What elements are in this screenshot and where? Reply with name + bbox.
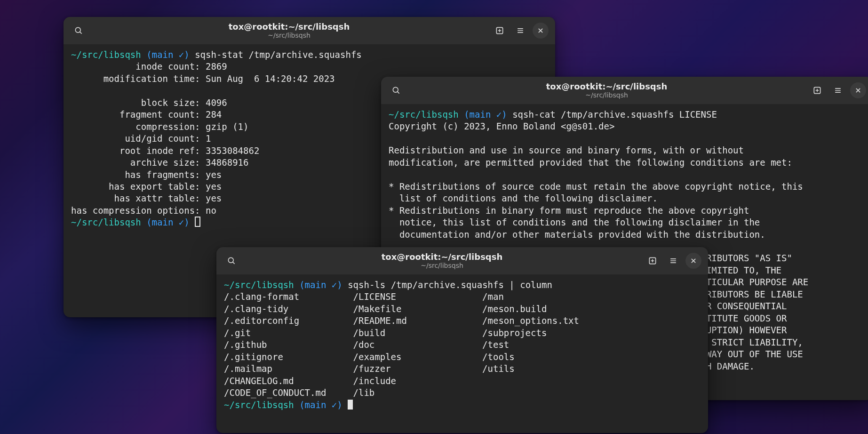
ls-row: /.mailmap /fuzzer /utils — [224, 363, 701, 375]
terminal-window-ls[interactable]: tox@rootkit:~/src/libsqsh ~/src/libsqsh … — [216, 247, 708, 433]
close-icon[interactable] — [685, 253, 701, 269]
title-sub: ~/src/libsqsh — [585, 91, 628, 99]
ls-row: /.clang-format /LICENSE /man — [224, 291, 701, 303]
search-icon[interactable] — [70, 22, 87, 39]
ls-row: /.editorconfig /README.md /meson_options… — [224, 315, 701, 327]
ls-row: /.github /doc /test — [224, 339, 701, 351]
ls-row: /CODE_OF_CONDUCT.md /lib — [224, 387, 701, 399]
close-icon[interactable] — [533, 23, 549, 39]
search-icon[interactable] — [223, 252, 240, 269]
svg-point-20 — [228, 257, 233, 263]
menu-icon[interactable] — [829, 82, 846, 99]
output-line: * Redistributions of source code must re… — [389, 181, 865, 193]
ls-row: /.clang-tidy /Makefile /meson.build — [224, 303, 701, 315]
titlebar[interactable]: tox@rootkit:~/src/libsqsh ~/src/libsqsh — [216, 247, 708, 274]
terminal-content[interactable]: ~/src/libsqsh (main ✓) sqsh-ls /tmp/arch… — [216, 274, 708, 418]
output-line: notice, this list of conditions and the … — [389, 217, 865, 228]
desktop-stage: tox@rootkit:~/src/libsqsh ~/src/libsqsh … — [0, 0, 868, 434]
output-line: modification, are permitted provided tha… — [389, 157, 865, 169]
title-main: tox@rootkit:~/src/libsqsh — [546, 82, 668, 92]
svg-point-0 — [75, 27, 80, 32]
window-title: tox@rootkit:~/src/libsqsh ~/src/libsqsh — [408, 82, 805, 99]
output-line — [389, 133, 865, 145]
output-line: Redistribution and use in source and bin… — [389, 145, 865, 156]
cursor — [195, 217, 200, 227]
ls-row: /.gitignore /examples /tools — [224, 351, 701, 363]
close-icon[interactable] — [850, 82, 866, 98]
svg-point-10 — [393, 87, 398, 92]
title-sub: ~/src/libsqsh — [268, 32, 311, 39]
output-line: Copyright (c) 2023, Enno Boland <g@s01.d… — [389, 121, 865, 132]
title-sub: ~/src/libsqsh — [421, 262, 463, 269]
new-tab-icon[interactable] — [809, 82, 826, 99]
svg-line-11 — [398, 92, 399, 94]
menu-icon[interactable] — [665, 252, 682, 269]
titlebar[interactable]: tox@rootkit:~/src/libsqsh ~/src/libsqsh — [64, 17, 555, 44]
svg-line-1 — [80, 32, 82, 34]
window-title: tox@rootkit:~/src/libsqsh ~/src/libsqsh — [91, 22, 487, 40]
menu-icon[interactable] — [512, 22, 529, 39]
titlebar[interactable]: tox@rootkit:~/src/libsqsh ~/src/libsqsh — [381, 77, 868, 104]
svg-line-21 — [233, 262, 235, 264]
output-line: list of conditions and the following dis… — [389, 193, 865, 204]
search-icon[interactable] — [388, 82, 405, 99]
new-tab-icon[interactable] — [644, 252, 661, 269]
output-line: documentation and/or other materials pro… — [389, 229, 865, 241]
title-main: tox@rootkit:~/src/libsqsh — [229, 22, 350, 32]
output-line — [389, 169, 865, 180]
new-tab-icon[interactable] — [491, 22, 508, 39]
ls-row: /.git /build /subprojects — [224, 327, 701, 339]
ls-row: /CHANGELOG.md /include — [224, 375, 701, 387]
window-title: tox@rootkit:~/src/libsqsh ~/src/libsqsh — [244, 252, 640, 270]
stat-row: inode count: 2869 — [71, 61, 548, 72]
output-line: * Redistributions in binary form must re… — [389, 205, 865, 217]
title-main: tox@rootkit:~/src/libsqsh — [382, 252, 503, 262]
cursor — [348, 400, 353, 410]
